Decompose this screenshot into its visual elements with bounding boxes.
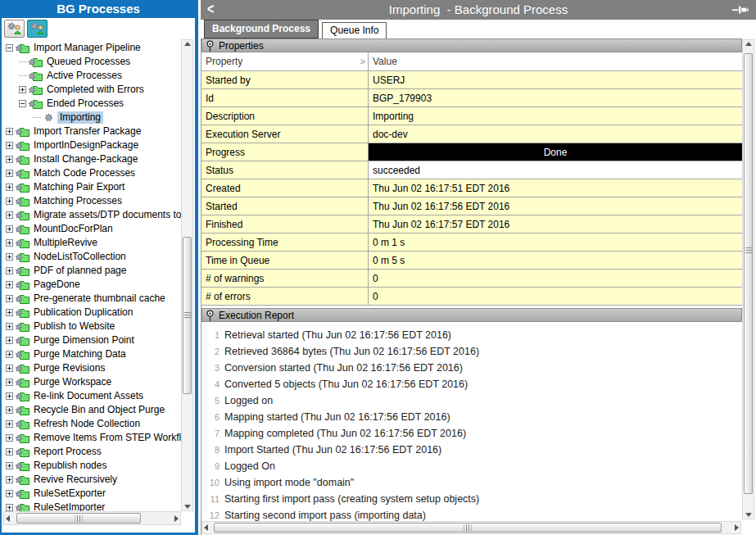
- expand-icon[interactable]: [6, 351, 13, 358]
- property-row[interactable]: IdBGP_179903: [201, 89, 742, 107]
- report-line[interactable]: 1Retrieval started (Thu Jun 02 16:17:56 …: [201, 327, 756, 343]
- tree-item-label[interactable]: Purge Workspace: [31, 376, 114, 388]
- tree-item-label[interactable]: MultipleRevive: [31, 237, 100, 249]
- expand-icon[interactable]: [6, 156, 13, 163]
- tree-item[interactable]: Purge Matching Data: [3, 347, 181, 361]
- property-row[interactable]: Time in Queue0 m 5 s: [201, 252, 742, 270]
- expand-icon[interactable]: [6, 197, 13, 205]
- tree-item-label[interactable]: Match Code Processes: [31, 167, 138, 179]
- report-line[interactable]: 4Converted 5 objects (Thu Jun 02 16:17:5…: [201, 376, 756, 392]
- tree-item-label[interactable]: RuleSetExporter: [31, 487, 108, 500]
- expand-icon[interactable]: [6, 365, 13, 372]
- tree-item[interactable]: Republish nodes: [3, 459, 181, 473]
- tree-item[interactable]: Report Process: [3, 445, 181, 459]
- expand-icon[interactable]: [6, 337, 13, 344]
- tree-item-label[interactable]: Migrate assets/DTP documents to the: [31, 209, 181, 221]
- expand-icon[interactable]: [6, 309, 13, 316]
- tree-item[interactable]: PageDone: [3, 278, 181, 292]
- property-row[interactable]: # of errors0: [201, 288, 742, 306]
- tree-item-label[interactable]: Publish to Website: [31, 320, 117, 333]
- expand-icon[interactable]: [6, 476, 13, 483]
- execution-report-section-header[interactable]: Execution Report: [201, 308, 742, 322]
- tree-item-label[interactable]: Re-link Document Assets: [31, 390, 146, 402]
- property-row[interactable]: Started byUSERJ: [201, 71, 742, 89]
- tree-item-label[interactable]: Install Change-Package: [31, 153, 140, 165]
- expand-icon[interactable]: [6, 323, 13, 330]
- tree-item[interactable]: RuleSetImporter: [3, 501, 181, 511]
- report-line[interactable]: 11Starting first import pass (creating s…: [201, 491, 756, 507]
- column-header-property[interactable]: Property>: [201, 52, 369, 70]
- tree-item[interactable]: Publication Duplication: [3, 306, 181, 320]
- expand-icon[interactable]: [6, 128, 13, 135]
- expand-icon[interactable]: [6, 434, 13, 442]
- properties-section-header[interactable]: Properties: [201, 39, 742, 52]
- report-line[interactable]: 3Conversion started (Thu Jun 02 16:17:56…: [201, 360, 756, 376]
- tree-item[interactable]: MountDocForPlan: [3, 222, 181, 236]
- expand-icon[interactable]: [6, 281, 13, 288]
- expand-icon[interactable]: [6, 267, 13, 274]
- expand-icon[interactable]: [6, 170, 13, 177]
- collapse-icon[interactable]: [19, 100, 26, 107]
- property-row[interactable]: # of warnings0: [201, 270, 742, 288]
- expand-icon[interactable]: [6, 295, 13, 302]
- tree-item[interactable]: Revive Recursively: [3, 473, 181, 487]
- tree-item-label[interactable]: Recycle Bin and Object Purge: [31, 404, 167, 416]
- tree-vscroll-thumb[interactable]: [183, 237, 192, 394]
- tree-item[interactable]: PDF of planned page: [3, 264, 181, 278]
- tree-item[interactable]: MultipleRevive: [3, 236, 181, 250]
- pin-icon[interactable]: [731, 5, 749, 17]
- property-row[interactable]: CreatedThu Jun 02 16:17:51 EDT 2016: [201, 179, 742, 197]
- tree-item-label[interactable]: Import Manager Pipeline: [31, 42, 143, 54]
- tree-item[interactable]: Remove Items From STEP Workflow: [3, 431, 181, 445]
- tree-item-label[interactable]: Ended Processes: [44, 97, 126, 110]
- property-row[interactable]: Processing Time0 m 1 s: [201, 233, 742, 252]
- report-line[interactable]: 2Retrieved 36864 bytes (Thu Jun 02 16:17…: [201, 343, 756, 360]
- expand-icon[interactable]: [6, 448, 13, 456]
- tree-item-label[interactable]: Pre-generate thumbnail cache: [31, 292, 168, 305]
- tree-item-label[interactable]: RuleSetImporter: [31, 501, 107, 511]
- tree-item-label[interactable]: Purge Matching Data: [31, 348, 129, 360]
- property-row[interactable]: FinishedThu Jun 02 16:17:57 EDT 2016: [201, 215, 742, 233]
- detail-hscroll-thumb[interactable]: [214, 523, 722, 533]
- property-row[interactable]: ProgressDone: [201, 143, 742, 161]
- expand-icon[interactable]: [6, 490, 13, 497]
- tree-item[interactable]: Import Manager Pipeline: [3, 41, 181, 55]
- property-row[interactable]: StartedThu Jun 02 16:17:56 EDT 2016: [201, 197, 742, 215]
- tree-item-label[interactable]: Active Processes: [44, 70, 124, 82]
- back-icon[interactable]: <: [207, 1, 214, 17]
- tree-item-label[interactable]: Purge Dimension Point: [31, 334, 137, 347]
- expand-icon[interactable]: [6, 239, 13, 247]
- tree-item[interactable]: Match Code Processes: [3, 166, 181, 180]
- scroll-left-icon[interactable]: [204, 522, 208, 533]
- tree-horizontal-scrollbar[interactable]: [3, 511, 181, 525]
- tree-item-label[interactable]: ImportInDesignPackage: [31, 139, 141, 152]
- report-line[interactable]: 5Logged on: [201, 392, 756, 409]
- tree-item-label[interactable]: Report Process: [31, 446, 104, 458]
- tree-item[interactable]: Completed with Errors: [3, 83, 181, 97]
- tree-item[interactable]: Ended Processes: [3, 97, 181, 111]
- scroll-down-icon[interactable]: [743, 513, 754, 517]
- collapse-icon[interactable]: [6, 44, 13, 52]
- tree-item[interactable]: Matching Processes: [3, 194, 181, 208]
- tree-item-label[interactable]: Queued Processes: [44, 56, 133, 68]
- tree-item-label[interactable]: Remove Items From STEP Workflow: [31, 432, 181, 444]
- tree-item-label[interactable]: Matching Pair Export: [31, 181, 127, 193]
- tree-item[interactable]: Active Processes: [3, 69, 181, 83]
- tab-queue-info[interactable]: Queue Info: [322, 22, 387, 39]
- report-line[interactable]: 8Import Started (Thu Jun 02 16:17:56 EDT…: [201, 442, 756, 458]
- show-processes-button[interactable]: [4, 20, 25, 38]
- expand-icon[interactable]: [6, 225, 13, 233]
- property-row[interactable]: DescriptionImporting: [201, 107, 742, 125]
- expand-icon[interactable]: [6, 462, 13, 469]
- tree-item[interactable]: Matching Pair Export: [3, 180, 181, 194]
- tree-item-label[interactable]: Revive Recursively: [31, 474, 120, 486]
- expand-icon[interactable]: [6, 211, 13, 219]
- detail-vertical-scrollbar[interactable]: [742, 39, 754, 519]
- property-row[interactable]: Statussucceeded: [201, 161, 742, 179]
- tree-item[interactable]: Import Transfer Package: [3, 125, 181, 138]
- tree-item[interactable]: Recycle Bin and Object Purge: [3, 403, 181, 417]
- expand-icon[interactable]: [6, 142, 13, 149]
- scroll-right-icon[interactable]: [735, 522, 739, 533]
- tree-item[interactable]: Migrate assets/DTP documents to the: [3, 208, 181, 222]
- tree-item-label[interactable]: Completed with Errors: [44, 84, 147, 96]
